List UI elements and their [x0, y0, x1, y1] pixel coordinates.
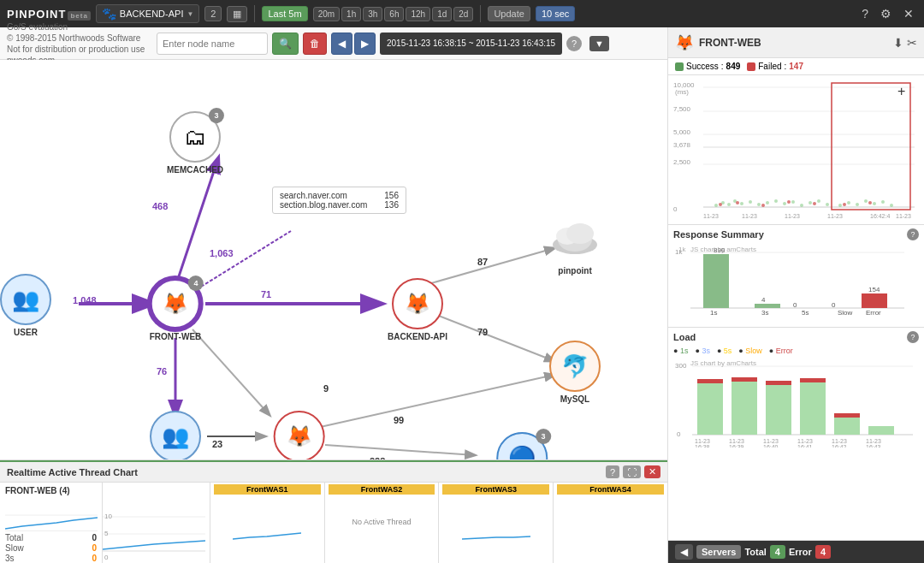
panel-toggle-btn[interactable]: ▼	[589, 36, 609, 51]
svg-rect-104	[800, 378, 826, 382]
search-input[interactable]	[157, 33, 268, 55]
svg-text:16:40: 16:40	[763, 444, 779, 447]
svg-point-66	[868, 201, 872, 204]
edge-label-228: 228	[370, 456, 385, 460]
callout-box: search.naver.com 156 section.blog.naver.…	[272, 187, 406, 214]
was2-header: FrontWAS2	[329, 484, 435, 495]
20m-btn[interactable]: 20m	[313, 7, 340, 21]
node-pinpoint[interactable]: pinpoint	[549, 212, 601, 276]
node-backend-api[interactable]: 🦊 BACKEND-API	[388, 278, 447, 341]
svg-line-8	[317, 375, 554, 428]
node-arcus[interactable]: 🔵 3 ARCUS ff31ddb85e9b431c8c0e5e50a4315c…	[456, 432, 587, 460]
last-5m-btn[interactable]: Last 5m	[262, 6, 307, 21]
load-help-btn[interactable]: ?	[907, 331, 919, 343]
svg-text:+: +	[897, 84, 905, 98]
bottom-close-btn[interactable]: ✕	[644, 465, 660, 478]
12h-btn[interactable]: 12h	[406, 7, 430, 21]
svg-point-64	[890, 204, 893, 207]
svg-rect-97	[697, 383, 723, 435]
counter-btn[interactable]: 2	[204, 6, 222, 21]
help-btn[interactable]: ?	[858, 5, 872, 22]
next-btn[interactable]: ▶	[354, 33, 376, 55]
interval-btn[interactable]: 10 sec	[536, 6, 575, 21]
search-btn[interactable]: 🔍	[272, 33, 299, 55]
svg-text:11-23: 11-23	[832, 438, 847, 444]
svg-text:0: 0	[832, 301, 836, 309]
was2-content: No Active Thread	[329, 496, 435, 548]
footer-prev-btn[interactable]: ◀	[675, 544, 693, 560]
svg-rect-101	[766, 385, 791, 435]
backend-web-icon-circle: 🦊	[274, 411, 325, 460]
node-mysql[interactable]: 🐬 MySQL	[549, 341, 601, 404]
bottom-help-btn[interactable]: ?	[606, 465, 619, 478]
was4-content	[557, 496, 664, 548]
response-bar-chart: 1k JS chart by amCharts 1k 890 4 0 0 154	[673, 244, 919, 321]
svg-rect-103	[800, 382, 826, 435]
scatter-chart-svg: 10,000 (ms) 7,500 5,000 3,678 2,500 0	[673, 79, 915, 220]
svg-text:Error: Error	[866, 309, 881, 317]
callout-val2: 136	[384, 200, 399, 210]
failed-legend: Failed: 147	[747, 62, 803, 71]
svg-text:7,500: 7,500	[673, 105, 691, 113]
graph-area[interactable]: 468 1,063 1,048 71 76 87 79 9 99 23 228 …	[0, 60, 667, 460]
svg-text:16:38:15: 16:38:15	[703, 219, 726, 220]
bottom-panel-title: Realtime Active Thread Chart	[7, 467, 138, 477]
edge-label-468: 468	[152, 201, 168, 211]
svg-rect-106	[834, 413, 860, 418]
svg-rect-82	[755, 304, 780, 308]
right-panel-title: FRONT-WEB	[699, 37, 888, 49]
scissors-btn[interactable]: ✂	[907, 36, 917, 50]
load-chart-svg: 300 0 11-23	[673, 358, 913, 447]
bottom-maximize-btn[interactable]: ⛶	[623, 465, 641, 478]
right-panel-node-icon: 🦊	[675, 33, 694, 52]
svg-point-36	[714, 204, 718, 207]
node-user1[interactable]: 👥 USER	[0, 274, 51, 337]
svg-text:11-23: 11-23	[866, 438, 881, 444]
settings-btn[interactable]: ⚙	[877, 5, 895, 22]
svg-text:3s: 3s	[761, 309, 768, 317]
front-web-icon-circle: 🦊 4	[150, 278, 201, 329]
error-count-badge: 4	[815, 545, 831, 559]
1d-btn[interactable]: 1d	[432, 7, 452, 21]
svg-rect-86	[862, 293, 887, 308]
prev-btn[interactable]: ◀	[331, 33, 352, 55]
dropdown-arrow-icon: ▼	[187, 10, 193, 18]
3h-btn[interactable]: 3h	[363, 7, 382, 21]
svg-text:11-23: 11-23	[896, 213, 911, 219]
slow-stat-val: 0	[92, 543, 97, 553]
svg-point-42	[757, 203, 761, 206]
download-btn[interactable]: ⬇	[893, 36, 903, 50]
svg-point-45	[783, 202, 786, 205]
svg-point-46	[791, 200, 795, 204]
total-stat-val: 0	[92, 533, 97, 542]
close-btn[interactable]: ✕	[900, 5, 917, 22]
toolbar-help-btn[interactable]: ?	[566, 36, 582, 51]
2d-btn[interactable]: 2d	[453, 7, 473, 21]
svg-point-53	[761, 204, 765, 207]
delete-btn[interactable]: 🗑	[303, 33, 327, 55]
node-user2[interactable]: 👥 USER	[150, 411, 201, 460]
svg-text:(ms): (ms)	[675, 88, 689, 96]
update-btn[interactable]: Update	[488, 6, 530, 21]
node-front-web[interactable]: 🦊 4 FRONT-WEB	[150, 278, 202, 341]
backend-api-icon-circle: 🦊	[392, 278, 443, 329]
svg-point-59	[847, 201, 850, 204]
node-memcached[interactable]: 🗂 3 MEMCACHED	[167, 111, 223, 175]
total-stat-label: Total	[5, 533, 23, 542]
6h-btn[interactable]: 6h	[384, 7, 404, 21]
svg-point-60	[856, 203, 859, 206]
svg-rect-80	[703, 254, 729, 308]
node-backend-web[interactable]: 🦊 BACKEND-WEB	[267, 411, 333, 460]
edge-label-23: 23	[212, 439, 222, 449]
grid-view-btn[interactable]: ▦	[227, 6, 247, 22]
response-summary-help-btn[interactable]: ?	[907, 228, 919, 240]
svg-text:5s: 5s	[802, 309, 808, 317]
was-column-3: FrontWAS3	[439, 483, 554, 563]
svg-text:11-23: 11-23	[763, 438, 779, 444]
1h-btn[interactable]: 1h	[341, 7, 361, 21]
right-footer: ◀ Servers Total 4 Error 4	[668, 541, 924, 563]
svg-point-55	[813, 202, 816, 205]
nav-separator-2	[480, 5, 481, 22]
svg-text:5,000: 5,000	[673, 128, 691, 136]
was3-content	[442, 496, 549, 548]
